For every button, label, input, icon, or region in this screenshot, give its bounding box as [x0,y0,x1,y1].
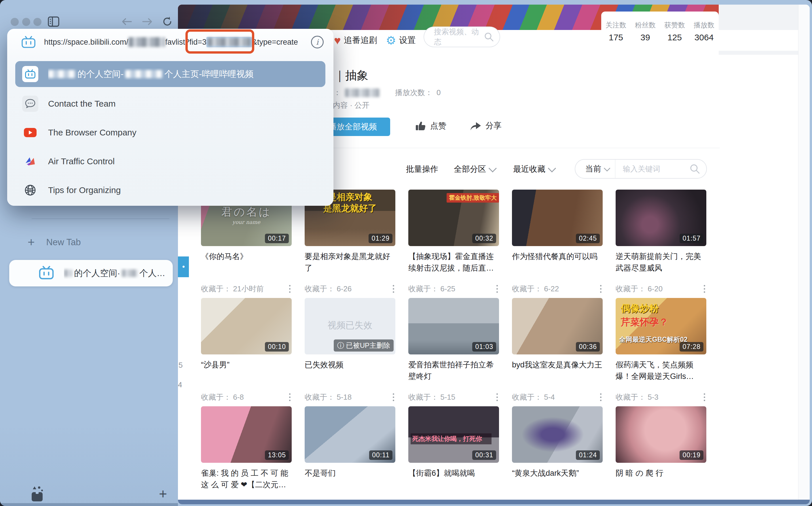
nav-item-bangumi[interactable]: ♥ 追番追剧 [334,30,377,51]
more-options-icon[interactable] [392,284,395,294]
share-label: 分享 [486,120,502,131]
more-options-icon[interactable] [288,392,292,402]
thumbnail-caption: 芹菜怀孕？ [621,316,668,329]
chevron-down-icon [548,164,556,172]
url-text[interactable]: https://space.bilibili.com/ favlist? fid… [44,37,298,47]
video-thumbnail[interactable]: 02:45 [512,190,603,246]
video-thumbnail[interactable]: 00:19 [616,406,706,463]
forward-icon[interactable] [142,17,153,26]
video-card[interactable]: 01:03 爱音拍素世拍祥子拍立希壁咚灯 收藏于： 5-15 [408,298,499,406]
more-options-icon[interactable] [392,392,395,402]
video-thumbnail[interactable]: 00:32 霍金铁肘,致敬牢大 [408,190,499,246]
scrollbar-gutter[interactable] [798,5,810,504]
more-options-icon[interactable] [495,284,499,294]
chevron-down-icon [604,165,610,171]
video-card[interactable]: 00:10 “沙县男” 收藏于： 6-8 [201,298,292,406]
video-thumbnail[interactable]: 07:28 偶像炒粉芹菜怀孕？全网最逆天GBC解析02 [616,298,706,354]
add-space-icon[interactable]: + [159,487,167,501]
video-meta-row: 收藏于： 6-8 [201,392,292,402]
nav-item-label: 设置 [399,34,416,46]
zoom-window-button[interactable] [33,18,41,26]
suggestion-air-traffic-control[interactable]: Air Traffic Control [15,148,325,175]
url-bar[interactable]: https://space.bilibili.com/ favlist? fid… [7,29,333,55]
sort-dropdown[interactable]: 最近收藏 [513,164,554,175]
video-card[interactable]: 02:45 作为怪猎代餐真的可以吗 收藏于： 6-22 [512,190,603,298]
video-card[interactable]: 01:57 逆天萌新提前关门，完美武器尽显威风 收藏于： 6-20 [616,190,706,298]
video-title[interactable]: 《你的马名》 [201,251,292,274]
deleted-by-uploader-badge: ⓘ 已被UP主删除 [334,339,394,351]
video-title[interactable]: byd我这室友是真像大力王 [512,359,603,383]
more-options-icon[interactable] [288,284,292,294]
video-thumbnail[interactable]: 01:24 [512,406,603,463]
space-leftnav-active-item[interactable] [178,256,189,277]
suggestion-tips-organizing[interactable]: Tips for Organizing [15,176,325,204]
reload-icon[interactable] [161,15,173,28]
video-title[interactable]: 【街霸6】就喝就喝 [408,468,499,491]
video-title[interactable]: 【抽象现场】霍金直播连续射击汉尼拔，随后直播间被封 [408,251,499,274]
suggestion-browser-company[interactable]: The Browser Company [15,119,325,146]
search-icon [690,164,700,174]
stat-followers[interactable]: 粉丝数 39 [631,11,660,51]
video-title[interactable]: 爱音拍素世拍祥子拍立希壁咚灯 [408,359,499,383]
library-icon[interactable] [28,485,46,503]
more-options-icon[interactable] [599,284,603,294]
video-card[interactable]: 01:29 是相亲对象 是黑龙就好了 要是相亲对象是黑龙就好了 收藏于： 6-2… [305,190,395,298]
sidebar-toggle-icon[interactable] [47,15,60,28]
category-dropdown[interactable]: 全部分区 [454,164,495,175]
video-thumbnail[interactable]: 视频已失效ⓘ 已被UP主删除 [305,298,395,354]
video-card[interactable]: 01:24 “黄泉大战dark天鹅” 收藏于： 4-18 [512,406,603,504]
video-card[interactable]: 00:11 不是哥们 收藏于： 4-28 [305,406,395,504]
more-options-icon[interactable] [703,392,706,402]
video-thumbnail[interactable]: 01:57 [616,190,706,246]
video-thumbnail[interactable]: 00:31 死杰米我让你喝，打死你 [408,406,499,463]
back-icon[interactable] [121,17,132,26]
suggestion-selected[interactable]: 的个人空间- 个人主页-哔哩哔哩视频 [15,61,325,87]
more-options-icon[interactable] [599,392,603,402]
video-title[interactable]: 逆天萌新提前关门，完美武器尽显威风 [616,251,706,274]
video-card[interactable]: 00:17 君の名はyour name 《你的马名》 收藏于： 21小时前 [201,190,292,298]
stat-plays[interactable]: 播放数 3064 [689,11,719,51]
nav-item-settings[interactable]: ⚙ 设置 [386,30,416,51]
close-window-button[interactable] [11,18,19,26]
video-thumbnail[interactable]: 00:10 [201,298,292,354]
page-info-icon[interactable]: i [311,36,324,49]
video-thumbnail[interactable]: 00:36 [512,298,603,354]
minimize-window-button[interactable] [22,18,30,26]
active-tab[interactable]: 的个人空间· 个人… [9,260,173,286]
video-card[interactable]: 00:36 byd我这室友是真像大力王 收藏于： 5-4 [512,298,603,406]
video-card[interactable]: 视频已失效ⓘ 已被UP主删除 已失效视频 收藏于： 5-18 [305,298,395,406]
video-title[interactable]: 假药满天飞，笑点频频爆！全网最逆天Girls Band Cry解析 [616,359,706,383]
video-title[interactable]: 已失效视频 [305,359,395,383]
search-scope-dropdown[interactable]: 当前 [575,163,615,174]
video-card[interactable]: 00:19 阴 暗 の 爬 行 收藏于： 4-16 [616,406,706,504]
video-title[interactable]: 要是相亲对象是黑龙就好了 [305,251,395,274]
batch-operations-button[interactable]: 批量操作 [406,164,438,175]
video-thumbnail[interactable]: 00:11 [305,406,395,463]
video-card[interactable]: 07:28 偶像炒粉芹菜怀孕？全网最逆天GBC解析02 假药满天飞，笑点频频爆！… [616,298,706,406]
video-title[interactable]: “沙县男” [201,359,292,383]
video-card[interactable]: 13:05 雀巢: 我 的 员 工 不 可 能 这 么 可 爱 ❤【二次元爆改 … [201,406,292,504]
video-card[interactable]: 00:32 霍金铁肘,致敬牢大 【抽象现场】霍金直播连续射击汉尼拔，随后直播间被… [408,190,499,298]
stat-following[interactable]: 关注数 175 [601,11,631,51]
video-meta-row: 收藏于： 6-20 [616,284,706,294]
video-title[interactable]: “黄泉大战dark天鹅” [512,468,603,491]
suggestion-label: Tips for Organizing [48,185,121,195]
video-title[interactable]: 雀巢: 我 的 员 工 不 可 能 这 么 可 爱 ❤【二次元爆改 [201,468,292,491]
video-title[interactable]: 阴 暗 の 爬 行 [616,468,706,491]
stat-likes[interactable]: 获赞数 125 [660,11,689,51]
video-card[interactable]: 00:31 死杰米我让你喝，打死你 【街霸6】就喝就喝 收藏于： 4-28 [408,406,499,504]
command-bar-overlay: https://space.bilibili.com/ favlist? fid… [7,29,333,206]
more-options-icon[interactable] [495,392,499,402]
new-tab-button[interactable]: + New Tab [28,236,81,248]
video-title[interactable]: 作为怪猎代餐真的可以吗 [512,251,603,274]
fid-annotation: fid=3 [190,37,252,47]
video-thumbnail[interactable]: 13:05 [201,406,292,463]
share-button[interactable]: 分享 [469,120,502,132]
like-button[interactable]: 点赞 [415,120,446,132]
suggestion-contact-team[interactable]: Contact the Team [15,90,325,117]
keyword-search-box[interactable]: 当前 输入关键词 [575,159,707,179]
space-search-box[interactable]: 搜索视频、动态 [424,26,500,47]
video-thumbnail[interactable]: 01:03 [408,298,499,354]
more-options-icon[interactable] [703,284,706,294]
video-title[interactable]: 不是哥们 [305,468,395,491]
